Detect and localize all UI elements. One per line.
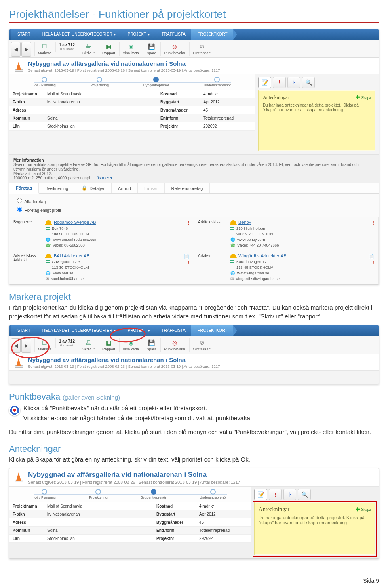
- section-anteckningar-heading: Anteckningar: [9, 444, 379, 454]
- tab-notes[interactable]: 📝: [258, 77, 271, 88]
- radio-alla[interactable]: Alla företag: [15, 197, 373, 204]
- globe-icon: 🌐: [230, 271, 235, 275]
- prev-button[interactable]: ◀: [11, 338, 21, 353]
- breadcrumb: START HELA LANDET, UNDERKATEGORIER▾ PROJ…: [9, 325, 379, 336]
- notes-body: Du har inga anteckningar på detta projek…: [263, 103, 371, 112]
- hardhat-icon: [46, 220, 51, 224]
- tab-search[interactable]: 🔍: [302, 77, 315, 88]
- page-title: Projekthändelser - Funktioner på projekt…: [9, 8, 379, 21]
- mail-icon: ✉: [230, 276, 234, 281]
- section-punktbevaka-heading: Punktbevaka (gäller även Sökning): [9, 392, 379, 402]
- print-icon: 🖶: [82, 43, 95, 50]
- flag-icon: [46, 260, 50, 263]
- crumb-trafflista[interactable]: TRÄFFLISTA: [155, 325, 191, 336]
- globe-icon: 🌐: [46, 271, 51, 275]
- target-icon: ◎: [164, 43, 185, 50]
- tab-search[interactable]: 🔍: [298, 489, 311, 500]
- tool-ointressant[interactable]: ⊘Ointressant: [189, 338, 215, 352]
- tab-beskrivning[interactable]: Beskrivning: [39, 183, 75, 193]
- company-card: Arkitektskiss Arkitekt BAU Arkitekter AB…: [9, 251, 194, 284]
- result-count: 1 av 7120 st mark: [55, 338, 78, 348]
- tool-spara[interactable]: 💾Spara: [143, 42, 160, 56]
- tool-ointressant[interactable]: ⊘Ointressant: [189, 42, 215, 56]
- tab-referensforetag[interactable]: Referensföretag: [165, 183, 210, 193]
- tab-info[interactable]: i▪: [283, 489, 296, 500]
- note-tab-bar: 📝 ! i▪ 🔍: [258, 77, 375, 88]
- project-header: Nybyggnad av affärsgalleria vid national…: [9, 58, 379, 74]
- tab-notes[interactable]: 📝: [254, 489, 267, 500]
- company-list: Byggherre Rodamco Sverige AB Box 7846 10…: [9, 217, 379, 284]
- alert-icon: !: [373, 220, 374, 226]
- crumb-trafflista[interactable]: TRÄFFLISTA: [155, 29, 191, 40]
- flag-icon: [46, 227, 50, 230]
- punktbevaka-body1: Klicka på "Punktbevaka" när du står på e…: [23, 404, 252, 413]
- phone-icon: ☎: [230, 243, 235, 247]
- page-footer: Sida 9: [0, 573, 388, 588]
- punktbevaka-body2: Vi skickar e-post när något händer på de…: [23, 414, 252, 423]
- globe-icon: 🌐: [230, 237, 235, 242]
- notes-panel: Anteckningar ✚Skapa Du har inga anteckni…: [258, 90, 375, 151]
- screenshot-projectcard-full: START HELA LANDET, UNDERKATEGORIER▾ PROJ…: [9, 29, 379, 285]
- tool-punktbevaka[interactable]: ◎Punktbevaka: [160, 42, 188, 56]
- radio-profil[interactable]: Företag enligt profil: [15, 205, 373, 213]
- tool-punktbevaka[interactable]: ◎Punktbevaka: [160, 338, 188, 352]
- company-link[interactable]: BAU Arkitekter AB: [46, 253, 181, 258]
- tab-anbud[interactable]: Anbud: [112, 183, 138, 193]
- doc-icon: 📄: [368, 254, 374, 259]
- stop-icon: ⊘: [193, 43, 211, 50]
- tab-info[interactable]: i▪: [287, 77, 300, 88]
- flag-icon: [230, 260, 234, 263]
- crumb-start[interactable]: START: [11, 325, 36, 336]
- doc-icon: 📄: [183, 254, 190, 259]
- read-more-link[interactable]: Läs mer ▾: [95, 176, 112, 180]
- crumb-region[interactable]: HELA LANDET, UNDERKATEGORIER▾: [36, 29, 121, 40]
- annotation-box-sticky: [253, 501, 377, 557]
- crumb-projekt[interactable]: PROJEKT▾: [121, 29, 155, 40]
- breadcrumb: START HELA LANDET, UNDERKATEGORIER▾ PROJ…: [9, 29, 379, 40]
- crumb-region[interactable]: HELA LANDET, UNDERKATEGORIER▾: [36, 325, 121, 336]
- checkbox-icon: ☐: [38, 43, 51, 50]
- project-meta: Senast utgivet: 2013-03-19 | Först regis…: [28, 68, 220, 72]
- prev-button[interactable]: ◀: [11, 42, 21, 57]
- tool-spara[interactable]: 💾Spara: [143, 338, 160, 352]
- crumb-projektkort[interactable]: PROJEKTKORT: [191, 29, 233, 40]
- crumb-projektkort[interactable]: PROJEKTKORT: [191, 325, 233, 336]
- tool-skrivut[interactable]: 🖶Skriv ut: [79, 338, 98, 352]
- plus-icon: ✚: [356, 94, 360, 101]
- cone-icon: [13, 60, 25, 72]
- tab-alert[interactable]: !: [273, 77, 286, 88]
- next-button[interactable]: ▶: [21, 338, 31, 353]
- company-card: Arkitektskiss Benoy 210 High Holborn WC1…: [194, 217, 379, 251]
- create-note-button[interactable]: ✚Skapa: [356, 94, 371, 101]
- tool-markera[interactable]: ☐ Markera: [34, 42, 55, 56]
- toolbar: ◀ ▶ ☐ Markera 1 av 712 0 st mark 🖶Skriv …: [9, 40, 379, 58]
- tool-skrivut[interactable]: 🖶Skriv ut: [79, 42, 98, 56]
- tool-rapport[interactable]: ▦Rapport: [99, 338, 118, 352]
- company-link[interactable]: Benoy: [230, 220, 366, 225]
- company-link[interactable]: Rodamco Sverige AB: [46, 220, 181, 225]
- alert-icon: !: [188, 220, 190, 226]
- section-markera-heading: Markera projekt: [9, 292, 379, 302]
- chevron-down-icon: ▾: [114, 33, 116, 36]
- next-button[interactable]: ▶: [21, 42, 31, 57]
- lock-icon: 🔒: [82, 185, 87, 191]
- notes-heading: Anteckningar: [263, 95, 289, 101]
- alert-icon: !: [188, 259, 190, 266]
- bullseye-icon: [9, 405, 20, 416]
- tab-detaljer[interactable]: 🔒Detaljer: [75, 183, 112, 193]
- crumb-projekt[interactable]: PROJEKT▾: [121, 325, 155, 336]
- tool-markera[interactable]: ☐Markera: [34, 338, 55, 352]
- screenshot-anteckningar: Nybyggnad av affärsgalleria vid national…: [9, 468, 379, 559]
- company-link[interactable]: Wingårdhs Arkitekter AB: [230, 253, 366, 258]
- tab-lankar[interactable]: Länkar: [138, 183, 165, 193]
- tool-rapport[interactable]: ▦Rapport: [99, 42, 118, 56]
- company-filter: Alla företag Företag enligt profil: [9, 194, 379, 217]
- result-count: 1 av 712 0 st mark: [55, 42, 78, 52]
- crumb-start[interactable]: START: [11, 29, 36, 40]
- tab-alert[interactable]: !: [269, 489, 282, 500]
- tool-visakarta[interactable]: ◉Visa karta: [119, 42, 142, 56]
- section-anteckningar-body: Klicka på Skapa för att göra en ny antec…: [9, 455, 379, 464]
- tool-visakarta[interactable]: ◉Visa karta: [119, 338, 142, 352]
- tab-foretag[interactable]: Företag: [9, 183, 39, 194]
- company-tabs: Företag Beskrivning 🔒Detaljer Anbud Länk…: [9, 183, 379, 194]
